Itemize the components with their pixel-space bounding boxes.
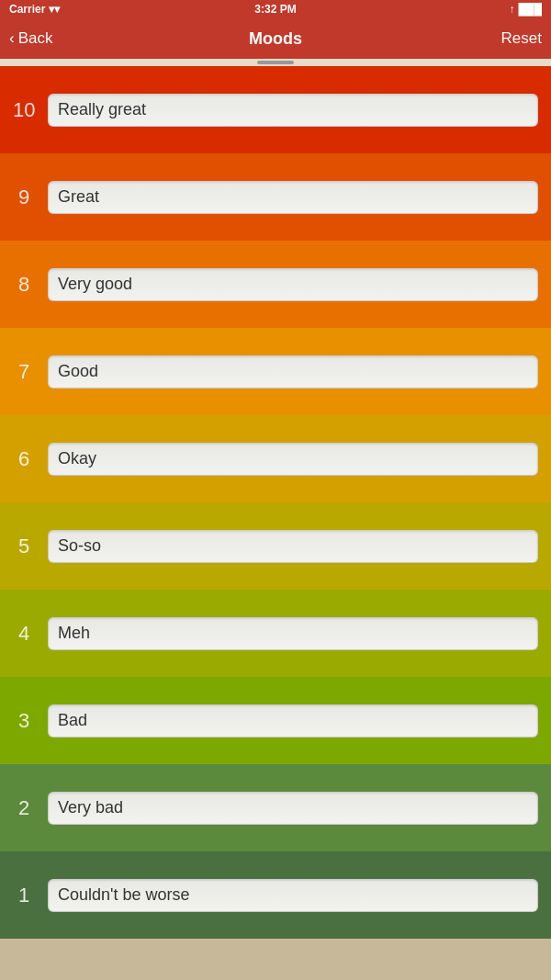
mood-number-4: 4 (13, 622, 35, 646)
mood-input-4[interactable] (48, 617, 538, 650)
mood-input-3[interactable] (48, 704, 538, 738)
mood-item-2: 2 (0, 764, 551, 851)
mood-number-2: 2 (13, 796, 35, 820)
mood-number-10: 10 (13, 98, 35, 122)
mood-input-8[interactable] (48, 268, 538, 301)
mood-number-5: 5 (13, 535, 35, 558)
drag-indicator (257, 61, 294, 64)
status-right: ↑ ███ (509, 3, 542, 16)
mood-number-7: 7 (13, 360, 35, 384)
nav-bar: ‹ Back Moods Reset (0, 18, 551, 59)
wifi-icon: ▾▾ (49, 3, 60, 16)
mood-item-1: 1 (0, 851, 551, 939)
mood-item-8: 8 (0, 241, 551, 328)
back-chevron-icon: ‹ (9, 29, 15, 48)
carrier-label: Carrier (9, 3, 45, 16)
mood-item-3: 3 (0, 677, 551, 764)
back-label: Back (18, 29, 53, 48)
mood-input-10[interactable] (48, 94, 538, 127)
mood-number-1: 1 (13, 884, 35, 907)
mood-item-10: 10 (0, 66, 551, 153)
mood-item-4: 4 (0, 590, 551, 677)
mood-input-9[interactable] (48, 181, 538, 214)
mood-input-2[interactable] (48, 792, 538, 825)
location-icon: ↑ (509, 3, 514, 16)
nav-title: Moods (249, 29, 302, 49)
mood-item-6: 6 (0, 415, 551, 502)
mood-input-7[interactable] (48, 355, 538, 389)
mood-number-3: 3 (13, 709, 35, 733)
reset-button[interactable]: Reset (501, 29, 542, 48)
mood-input-5[interactable] (48, 530, 538, 563)
mood-input-6[interactable] (48, 443, 538, 476)
back-button[interactable]: ‹ Back (9, 29, 52, 48)
mood-item-9: 9 (0, 153, 551, 241)
drag-indicator-bar (0, 59, 551, 66)
mood-input-1[interactable] (48, 879, 538, 912)
mood-item-7: 7 (0, 328, 551, 415)
time-label: 3:32 PM (254, 3, 296, 16)
battery-icon: ███ (518, 3, 542, 16)
status-left: Carrier ▾▾ (9, 3, 60, 16)
mood-number-9: 9 (13, 186, 35, 209)
status-bar: Carrier ▾▾ 3:32 PM ↑ ███ (0, 0, 551, 18)
mood-item-5: 5 (0, 502, 551, 590)
mood-list: 10987654321 (0, 66, 551, 939)
mood-number-8: 8 (13, 273, 35, 297)
mood-number-6: 6 (13, 447, 35, 471)
